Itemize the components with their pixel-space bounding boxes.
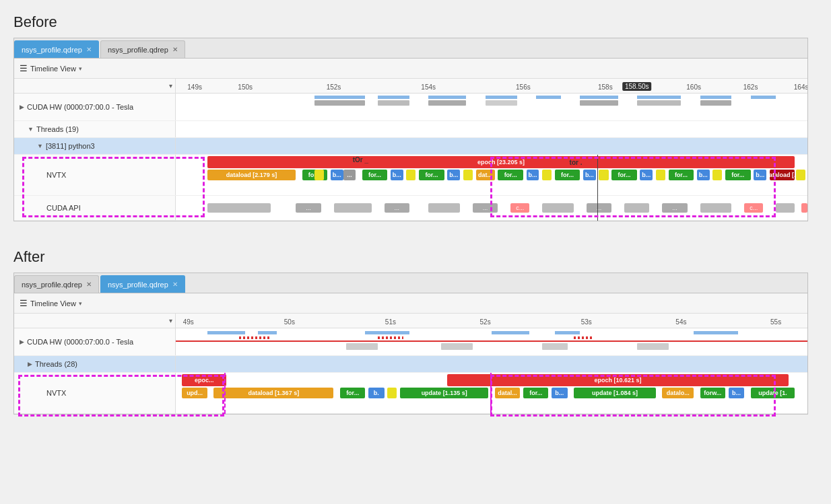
after-upd-short[interactable]: upd... bbox=[182, 388, 207, 398]
nvtx-for-2[interactable]: for... bbox=[362, 170, 388, 180]
api-dots-5: ... bbox=[662, 203, 688, 213]
nvtx-for-3[interactable]: for... bbox=[419, 170, 444, 180]
before-section: Before nsys_profile.qdrep ✕ nsys_profile… bbox=[13, 13, 818, 221]
nvtx-yellow-5[interactable] bbox=[599, 170, 608, 180]
api-gray-6 bbox=[700, 203, 732, 213]
after-cuda-dots-1 bbox=[239, 336, 271, 339]
after-gpu-strip-4 bbox=[492, 331, 529, 334]
after-yellow-1[interactable] bbox=[387, 388, 397, 398]
before-python3-label[interactable]: ▼ [3811] python3 bbox=[14, 138, 176, 154]
after-b-3[interactable]: b... bbox=[729, 388, 744, 398]
cuda-hw-gray-6 bbox=[637, 100, 682, 106]
nvtx-dat[interactable]: dat... bbox=[476, 170, 495, 180]
after-for-1[interactable]: for... bbox=[340, 388, 366, 398]
after-tab-1[interactable]: nsys_profile.qdrep ✕ bbox=[14, 275, 99, 293]
gpu-strip-8 bbox=[700, 96, 732, 99]
nvtx-yellow-6[interactable] bbox=[656, 170, 665, 180]
before-ruler-left: ▾ bbox=[14, 79, 176, 93]
after-timeline-menu[interactable]: ☰ Timeline View ▾ bbox=[20, 298, 82, 308]
nvtx-for-7[interactable]: for... bbox=[669, 170, 694, 180]
after-threads-expand-icon[interactable]: ▶ bbox=[28, 361, 32, 367]
nvtx-yellow-1[interactable] bbox=[314, 170, 324, 180]
after-datal-short[interactable]: datal... bbox=[495, 388, 521, 398]
after-cuda-gray-4 bbox=[637, 343, 669, 350]
nvtx-dots-1[interactable]: ... bbox=[343, 170, 356, 180]
api-dots-3: ... bbox=[473, 203, 498, 213]
nvtx-b-1[interactable]: b... bbox=[331, 170, 343, 180]
nvtx-yellow-2[interactable] bbox=[406, 170, 416, 180]
after-dropdown-arrow-icon: ▾ bbox=[79, 300, 82, 307]
before-threads-content bbox=[176, 121, 807, 137]
gpu-strip-7 bbox=[637, 96, 682, 99]
after-tab-2[interactable]: nsys_profile.qdrep ✕ bbox=[100, 275, 185, 293]
before-tab-2-close[interactable]: ✕ bbox=[172, 46, 178, 53]
after-update-bar1[interactable]: update [1.135 s] bbox=[400, 388, 488, 398]
nvtx-for-6[interactable]: for... bbox=[611, 170, 637, 180]
api-gray-2 bbox=[334, 203, 372, 213]
nvtx-dataload-end[interactable]: dataload [... bbox=[770, 170, 795, 180]
nvtx-dataload-bar[interactable]: dataload [2.179 s] bbox=[207, 170, 296, 180]
nvtx-b-2[interactable]: b... bbox=[391, 170, 403, 180]
api-gray-4 bbox=[542, 203, 574, 213]
after-for-2[interactable]: for... bbox=[523, 388, 549, 398]
python3-expand-icon[interactable]: ▼ bbox=[37, 143, 43, 149]
timeline-view-label: Timeline View bbox=[30, 65, 76, 73]
nvtx-epoch-bar[interactable]: epoch [23.205 s] bbox=[207, 156, 795, 168]
after-cuda-hw-label[interactable]: ▶ CUDA HW (0000:07:00.0 - Tesla bbox=[14, 328, 176, 355]
after-gpu-strip-6 bbox=[694, 331, 738, 334]
before-tab-1[interactable]: nsys_profile.qdrep ✕ bbox=[14, 40, 99, 58]
after-tab-2-close[interactable]: ✕ bbox=[172, 281, 178, 288]
before-threads-label[interactable]: ▼ Threads (19) bbox=[14, 121, 176, 137]
after-update-bar2[interactable]: update [1.084 s] bbox=[574, 388, 656, 398]
after-dataload-bar[interactable]: dataload [1.367 s] bbox=[213, 388, 333, 398]
cuda-hw-expand-icon[interactable]: ▶ bbox=[20, 104, 24, 110]
after-label: After bbox=[13, 248, 818, 266]
tor-annotation-right: tor . bbox=[570, 159, 583, 166]
nvtx-yellow-4[interactable] bbox=[542, 170, 552, 180]
after-gpu-strip-5 bbox=[555, 331, 580, 334]
after-epoch-short[interactable]: epoc... bbox=[182, 374, 226, 386]
after-b-2[interactable]: b... bbox=[552, 388, 567, 398]
after-dataload-short2[interactable]: datalo... bbox=[662, 388, 694, 398]
after-epoch-bar[interactable]: epoch [10.621 s] bbox=[447, 374, 789, 386]
after-tick-53: 53s bbox=[581, 318, 592, 326]
after-ruler-dropdown-icon[interactable]: ▾ bbox=[169, 317, 172, 324]
after-cuda-hw-expand-icon[interactable]: ▶ bbox=[20, 338, 24, 345]
nvtx-b-7[interactable]: b... bbox=[697, 170, 710, 180]
after-forw-short[interactable]: forw... bbox=[700, 388, 726, 398]
nvtx-b-6[interactable]: b... bbox=[640, 170, 653, 180]
after-threads-label[interactable]: ▶ Threads (28) bbox=[14, 356, 176, 372]
after-tick-55: 55s bbox=[770, 318, 781, 326]
cuda-hw-gray-5 bbox=[580, 100, 618, 106]
before-cuda-api-row: CUDA API ... ... ... c... ... bbox=[14, 196, 807, 221]
before-cuda-hw-label[interactable]: ▶ CUDA HW (0000:07:00.0 - Tesla bbox=[14, 94, 176, 120]
before-timeline-menu[interactable]: ☰ Timeline View ▾ bbox=[20, 63, 82, 73]
nvtx-label-text: NVTX bbox=[46, 171, 66, 179]
threads-expand-icon[interactable]: ▼ bbox=[28, 126, 34, 133]
after-cuda-gray-3 bbox=[542, 343, 568, 350]
before-nvtx-wrapper: NVTX ↖ epoch [23.205 s] dataload [2.179 … bbox=[14, 155, 807, 221]
cuda-api-label-text: CUDA API bbox=[46, 204, 81, 212]
tick-152: 152s bbox=[327, 83, 341, 91]
nvtx-b-3[interactable]: b... bbox=[447, 170, 460, 180]
nvtx-for-5[interactable]: for... bbox=[555, 170, 580, 180]
after-tab-1-close[interactable]: ✕ bbox=[86, 281, 92, 288]
nvtx-yellow-7[interactable] bbox=[712, 170, 722, 180]
nvtx-for-8[interactable]: for... bbox=[725, 170, 751, 180]
cuda-hw-gray-2 bbox=[378, 100, 409, 106]
nvtx-b-5[interactable]: b... bbox=[583, 170, 596, 180]
nvtx-for-4[interactable]: for... bbox=[498, 170, 523, 180]
nvtx-yellow-3[interactable] bbox=[463, 170, 473, 180]
after-update-bar3[interactable]: update [1. bbox=[751, 388, 795, 398]
nvtx-b-4[interactable]: b... bbox=[527, 170, 539, 180]
before-python3-content bbox=[176, 138, 807, 154]
nvtx-b-8[interactable]: b... bbox=[754, 170, 766, 180]
before-cuda-api-label: CUDA API bbox=[14, 196, 176, 220]
nvtx-yellow-end[interactable] bbox=[796, 170, 805, 180]
before-tab-2[interactable]: nsys_profile.qdrep ✕ bbox=[100, 40, 185, 58]
after-b-1[interactable]: b. bbox=[368, 388, 384, 398]
after-gpu-strip-3 bbox=[365, 331, 409, 334]
before-tab-1-close[interactable]: ✕ bbox=[86, 46, 92, 53]
api-gray-5 bbox=[624, 203, 650, 213]
ruler-dropdown-icon[interactable]: ▾ bbox=[169, 82, 172, 89]
